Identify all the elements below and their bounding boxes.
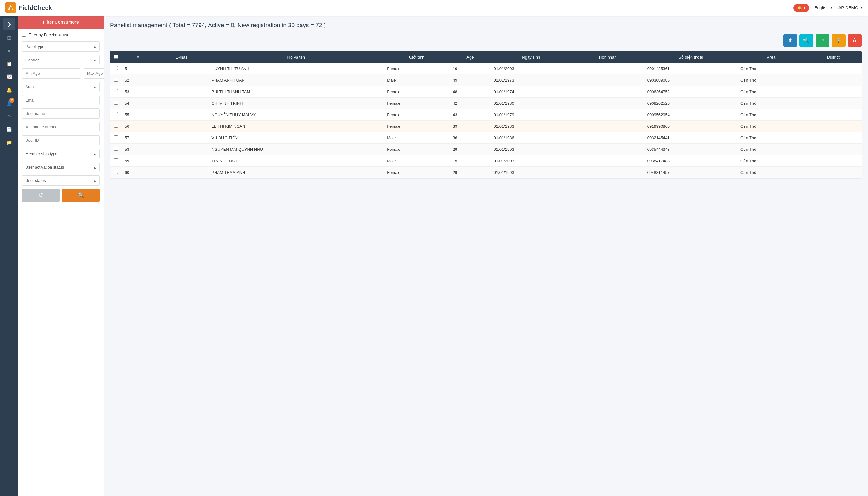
- sidebar-item-settings[interactable]: ⚙: [3, 110, 15, 122]
- row-checkbox[interactable]: [114, 158, 118, 162]
- cell-email: [154, 132, 208, 144]
- cell-area: Cần Thơ: [737, 109, 805, 121]
- reset-button[interactable]: ↺: [22, 189, 60, 202]
- cell-phone: 0901425361: [644, 63, 737, 75]
- cell-num: 60: [122, 167, 154, 178]
- content-area: Panelist management ( Total = 7794, Acti…: [104, 16, 868, 496]
- cell-dob: 01/01/1979: [491, 109, 572, 121]
- cell-district: [805, 132, 862, 144]
- cell-num: 55: [122, 109, 154, 121]
- cell-email: [154, 86, 208, 97]
- cell-name: TRAN PHUC LE: [208, 155, 384, 167]
- area-select[interactable]: Area: [22, 82, 100, 92]
- app-name: FieldCheck: [19, 4, 52, 12]
- cell-age: 36: [450, 132, 490, 144]
- membership-select[interactable]: Member ship type: [22, 149, 100, 159]
- report-icon: 📋: [6, 61, 12, 66]
- activation-select[interactable]: User activation status: [22, 162, 100, 172]
- cell-gender: Male: [384, 132, 450, 144]
- sidebar-item-analytics[interactable]: 📈: [3, 71, 15, 83]
- email-input[interactable]: [22, 95, 100, 105]
- cell-dob: 01/01/1974: [491, 86, 572, 97]
- cell-marital: [572, 167, 644, 178]
- row-checkbox[interactable]: [114, 170, 118, 174]
- sidebar-item-documents[interactable]: 📄: [3, 123, 15, 135]
- facebook-filter-checkbox-label[interactable]: Filter by Facebook user: [22, 32, 100, 37]
- row-checkbox[interactable]: [114, 78, 118, 82]
- search-filter-button[interactable]: 🔍: [800, 34, 813, 47]
- upload-button[interactable]: ⬆: [783, 34, 797, 47]
- userstatus-select[interactable]: User status: [22, 175, 100, 186]
- cell-age: 43: [450, 109, 490, 121]
- cell-district: [805, 155, 862, 167]
- cell-age: 29: [450, 144, 490, 155]
- cell-email: [154, 167, 208, 178]
- sidebar-item-files[interactable]: 📁: [3, 137, 15, 148]
- cell-area: Cần Thơ: [737, 155, 805, 167]
- cell-email: [154, 97, 208, 109]
- language-dropdown[interactable]: English ▼: [814, 5, 833, 10]
- cell-dob: 01/01/1980: [491, 97, 572, 109]
- sidebar-toggle[interactable]: ❯: [3, 18, 15, 30]
- cell-dob: 01/01/2007: [491, 155, 572, 167]
- row-checkbox[interactable]: [114, 112, 118, 116]
- col-district: District: [805, 51, 862, 63]
- users-badge: 20: [9, 98, 14, 103]
- cell-dob: 01/01/1993: [491, 167, 572, 178]
- cell-area: Cần Thơ: [737, 75, 805, 86]
- cell-gender: Male: [384, 155, 450, 167]
- cell-name: LE THI KIM NGAN: [208, 121, 384, 132]
- cell-email: [154, 144, 208, 155]
- cell-email: [154, 155, 208, 167]
- col-area: Area: [737, 51, 805, 63]
- cell-marital: [572, 75, 644, 86]
- svg-rect-1: [10, 7, 12, 10]
- cell-age: 29: [450, 167, 490, 178]
- panel-type-select[interactable]: Panel type: [22, 42, 100, 52]
- col-age: Age: [450, 51, 490, 63]
- cell-name: PHAM ANH TUAN: [208, 75, 384, 86]
- cell-marital: [572, 97, 644, 109]
- row-checkbox[interactable]: [114, 147, 118, 151]
- cell-phone: 0948811457: [644, 167, 737, 178]
- logo[interactable]: FieldCheck: [5, 2, 52, 13]
- sidebar-item-lists[interactable]: ≡: [3, 45, 15, 57]
- row-checkbox[interactable]: [114, 124, 118, 128]
- gender-select[interactable]: Gender: [22, 55, 100, 65]
- sidebar-item-notifications[interactable]: 🔔: [3, 84, 15, 96]
- cell-marital: [572, 132, 644, 144]
- cell-phone: 0938417483: [644, 155, 737, 167]
- telephone-input[interactable]: [22, 122, 100, 132]
- share-button[interactable]: ↗: [816, 34, 829, 47]
- reset-icon: ↺: [39, 192, 43, 199]
- select-all-checkbox[interactable]: [114, 55, 118, 59]
- upload-icon: ⬆: [788, 37, 793, 44]
- row-checkbox[interactable]: [114, 135, 118, 139]
- sidebar-item-users[interactable]: 👤 20: [3, 97, 15, 109]
- delete-icon: 🗑: [852, 38, 857, 43]
- row-checkbox[interactable]: [114, 66, 118, 70]
- cell-marital: [572, 86, 644, 97]
- alert-badge[interactable]: 🔔 1: [793, 4, 809, 12]
- cell-gender: Female: [384, 121, 450, 132]
- delete-button[interactable]: 🗑: [848, 34, 862, 47]
- sidebar-item-dashboard[interactable]: ⊞: [3, 32, 15, 44]
- search-button[interactable]: 🔍: [62, 189, 100, 202]
- username-input[interactable]: [22, 108, 100, 119]
- facebook-filter-checkbox[interactable]: [22, 33, 26, 37]
- user-chevron-icon: ▼: [859, 6, 863, 10]
- cell-gender: Female: [384, 109, 450, 121]
- lock-button[interactable]: 🔒: [832, 34, 846, 47]
- sidebar-item-reports[interactable]: 📋: [3, 58, 15, 70]
- cell-marital: [572, 109, 644, 121]
- cell-email: [154, 63, 208, 75]
- min-age-input[interactable]: [22, 68, 81, 78]
- row-checkbox[interactable]: [114, 89, 118, 93]
- col-gender: Giới tính: [384, 51, 450, 63]
- user-dropdown[interactable]: AP DEMO ▼: [838, 5, 863, 10]
- cell-district: [805, 97, 862, 109]
- max-age-input[interactable]: [83, 68, 104, 78]
- cell-num: 56: [122, 121, 154, 132]
- userid-input[interactable]: [22, 135, 100, 145]
- row-checkbox[interactable]: [114, 100, 118, 105]
